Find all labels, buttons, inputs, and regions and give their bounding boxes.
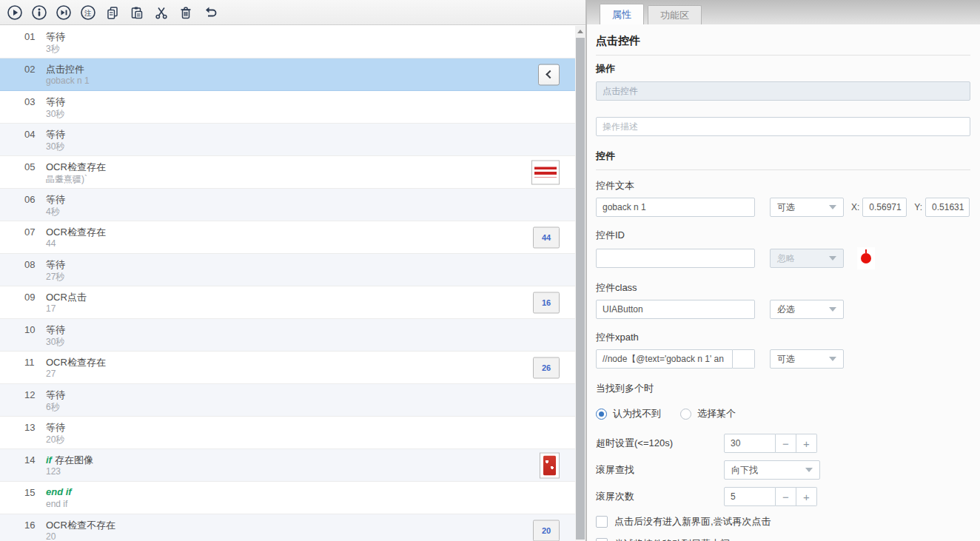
step-title: OCR检查不存在	[46, 519, 115, 532]
control-text-input[interactable]	[596, 198, 755, 217]
minus-button[interactable]: −	[776, 434, 796, 453]
scroll-find-dropdown[interactable]: 向下找	[724, 460, 820, 480]
operation-section-label: 操作	[596, 62, 970, 75]
run-to-here-icon[interactable]	[30, 4, 48, 21]
plus-button[interactable]: +	[796, 434, 817, 453]
step-subtitle: 30秒	[46, 141, 64, 153]
step-row[interactable]: 15end ifend if	[0, 482, 575, 514]
step-row[interactable]: 07OCR检查存在4444	[0, 221, 575, 254]
radio-selected-icon	[596, 409, 607, 420]
scrollbar-thumb[interactable]	[576, 38, 585, 540]
ocr-target-badge[interactable]: 16	[533, 292, 560, 313]
radio-label: 认为找不到	[613, 407, 661, 420]
control-id-match-value: 忽略	[777, 252, 795, 265]
checkbox-unchecked-icon[interactable]	[596, 516, 608, 528]
step-row[interactable]: 06等待4秒	[0, 189, 575, 221]
x-coordinate-input[interactable]	[862, 198, 907, 217]
step-number: 04	[24, 129, 35, 140]
collapse-chevron-button[interactable]	[538, 64, 560, 85]
scrollbar-up-icon[interactable]	[575, 26, 585, 37]
scroll-find-row: 滚屏查找 向下找	[596, 460, 970, 480]
scroll-times-input[interactable]	[724, 487, 776, 506]
step-title: 等待	[46, 128, 65, 141]
step-subtitle: 30秒	[46, 336, 64, 349]
ocr-target-badge[interactable]: 26	[533, 357, 560, 378]
control-id-label: 控件ID	[596, 229, 970, 242]
step-subtitle: 3秒	[46, 43, 60, 56]
step-subtitle: 27秒	[46, 271, 64, 283]
control-id-match-dropdown[interactable]: 忽略	[770, 249, 844, 268]
image-target-thumbnail[interactable]	[531, 160, 560, 184]
radio-choose-one[interactable]: 选择某个	[680, 407, 736, 420]
image-target-thumbnail[interactable]	[540, 452, 560, 478]
minus-button[interactable]: −	[776, 487, 796, 506]
step-number: 02	[24, 64, 35, 75]
control-xpath-input[interactable]	[596, 349, 733, 369]
step-row[interactable]: 04等待30秒	[0, 124, 575, 156]
timeout-input[interactable]	[724, 434, 776, 453]
step-number: 15	[24, 487, 35, 498]
retry-click-checkbox-row: 点击后没有进入新界面,尝试再次点击	[596, 515, 970, 528]
thumbnail-image	[540, 452, 560, 478]
control-xpath-match-dropdown[interactable]: 可选	[770, 349, 844, 369]
plus-button[interactable]: +	[796, 487, 817, 506]
control-xpath-combo	[596, 349, 755, 369]
step-title: end if	[46, 486, 72, 497]
annotation-icon[interactable]: 注	[79, 4, 97, 21]
control-id-input[interactable]	[596, 249, 755, 268]
step-row[interactable]: 10等待30秒	[0, 319, 575, 352]
y-label: Y:	[914, 202, 922, 212]
step-row[interactable]: 16OCR检查不存在2020	[0, 514, 575, 541]
step-row[interactable]: 13等待20秒	[0, 417, 575, 449]
step-subtitle: 17	[46, 303, 56, 314]
timeout-stepper: − +	[724, 434, 817, 453]
step-row[interactable]: 03等待30秒	[0, 91, 575, 124]
step-row[interactable]: 01等待3秒	[0, 26, 575, 58]
step-row[interactable]: 09OCR点击1716	[0, 286, 575, 319]
checkbox-unchecked-icon[interactable]	[596, 538, 608, 541]
control-class-match-value: 必选	[777, 303, 795, 316]
ocr-target-badge[interactable]: 20	[533, 520, 560, 541]
paste-icon[interactable]	[128, 4, 146, 21]
step-subtitle: 6秒	[46, 401, 60, 414]
control-text-match-dropdown[interactable]: 可选	[770, 198, 844, 217]
step-run-icon[interactable]	[55, 4, 73, 21]
copy-icon[interactable]	[104, 4, 121, 21]
tab-ribbon[interactable]: 功能区	[648, 5, 702, 24]
step-number: 05	[24, 161, 35, 172]
undo-icon[interactable]	[201, 4, 219, 21]
multiple-found-label: 当找到多个时	[596, 382, 970, 395]
run-icon[interactable]	[6, 4, 24, 21]
step-number: 06	[24, 194, 35, 205]
chevron-down-icon	[829, 256, 836, 261]
step-row[interactable]: 02点击控件goback n 1	[0, 58, 575, 91]
delete-icon[interactable]	[177, 4, 195, 21]
radio-treat-as-not-found[interactable]: 认为找不到	[596, 407, 661, 420]
control-xpath-label: 控件xpath	[596, 331, 970, 344]
control-class-match-dropdown[interactable]: 必选	[770, 300, 844, 319]
tab-properties[interactable]: 属性	[600, 4, 644, 24]
step-row[interactable]: 14if存在图像123	[0, 449, 575, 482]
step-row[interactable]: 12等待6秒	[0, 384, 575, 417]
control-class-input[interactable]	[596, 300, 755, 319]
step-row[interactable]: 08等待27秒	[0, 254, 575, 286]
step-title: OCR检查存在	[46, 226, 106, 239]
step-row[interactable]: 05OCR检查存在晶耋熹疆)`	[0, 156, 575, 189]
xpath-dropdown-button[interactable]	[733, 349, 755, 369]
step-title: 等待	[46, 95, 65, 109]
step-title: 等待	[46, 258, 65, 272]
y-coordinate-input[interactable]	[925, 198, 970, 217]
step-number: 13	[24, 422, 35, 433]
steps-scrollbar[interactable]	[575, 26, 585, 541]
automation-editor-window: 注 01等待3秒02点击控件goback n 103等待30秒04等待30秒05…	[0, 0, 980, 541]
operation-desc-input[interactable]	[596, 117, 970, 136]
step-row[interactable]: 11OCR检查存在2726	[0, 352, 575, 384]
ocr-target-badge[interactable]: 44	[533, 226, 560, 248]
cut-icon[interactable]	[152, 4, 170, 21]
step-number: 09	[24, 292, 35, 303]
scroll-times-stepper: − +	[724, 487, 817, 506]
step-number: 10	[24, 324, 35, 335]
scroll-times-row: 滚屏次数 − +	[596, 487, 970, 506]
operation-value-input[interactable]	[596, 81, 970, 101]
scroll-times-label: 滚屏次数	[596, 490, 724, 503]
